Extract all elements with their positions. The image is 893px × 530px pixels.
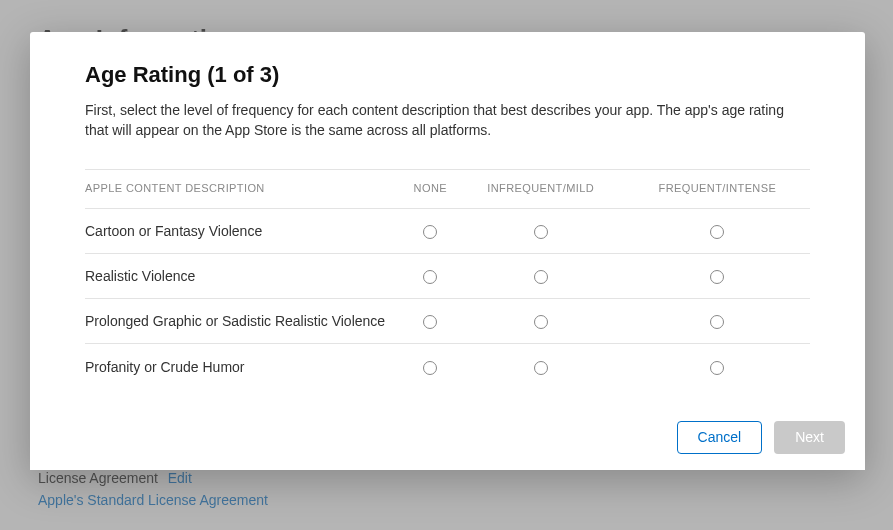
- column-infrequent-mild: INFREQUENT/MILD: [457, 169, 625, 208]
- modal-title: Age Rating (1 of 3): [85, 62, 810, 88]
- radio-intense[interactable]: [710, 361, 724, 375]
- table-row: Realistic Violence: [85, 253, 810, 298]
- content-table: APPLE CONTENT DESCRIPTION NONE INFREQUEN…: [85, 169, 810, 389]
- table-row: Prolonged Graphic or Sadistic Realistic …: [85, 299, 810, 344]
- column-none: NONE: [404, 169, 457, 208]
- radio-intense[interactable]: [710, 315, 724, 329]
- radio-mild[interactable]: [534, 315, 548, 329]
- radio-none[interactable]: [423, 225, 437, 239]
- age-rating-modal: Age Rating (1 of 3) First, select the le…: [30, 32, 865, 470]
- radio-mild[interactable]: [534, 270, 548, 284]
- next-button[interactable]: Next: [774, 421, 845, 454]
- table-row: Profanity or Crude Humor: [85, 344, 810, 389]
- cancel-button[interactable]: Cancel: [677, 421, 763, 454]
- radio-none[interactable]: [423, 361, 437, 375]
- radio-none[interactable]: [423, 315, 437, 329]
- row-label: Profanity or Crude Humor: [85, 344, 404, 389]
- table-header-row: APPLE CONTENT DESCRIPTION NONE INFREQUEN…: [85, 169, 810, 208]
- row-label: Prolonged Graphic or Sadistic Realistic …: [85, 299, 404, 344]
- radio-intense[interactable]: [710, 225, 724, 239]
- radio-intense[interactable]: [710, 270, 724, 284]
- radio-none[interactable]: [423, 270, 437, 284]
- table-row: Cartoon or Fantasy Violence: [85, 208, 810, 253]
- modal-intro: First, select the level of frequency for…: [85, 100, 810, 141]
- radio-mild[interactable]: [534, 225, 548, 239]
- column-description: APPLE CONTENT DESCRIPTION: [85, 169, 404, 208]
- modal-footer: Cancel Next: [30, 405, 865, 470]
- modal-body[interactable]: Age Rating (1 of 3) First, select the le…: [30, 32, 865, 405]
- column-frequent-intense: FREQUENT/INTENSE: [625, 169, 810, 208]
- row-label: Realistic Violence: [85, 253, 404, 298]
- row-label: Cartoon or Fantasy Violence: [85, 208, 404, 253]
- radio-mild[interactable]: [534, 361, 548, 375]
